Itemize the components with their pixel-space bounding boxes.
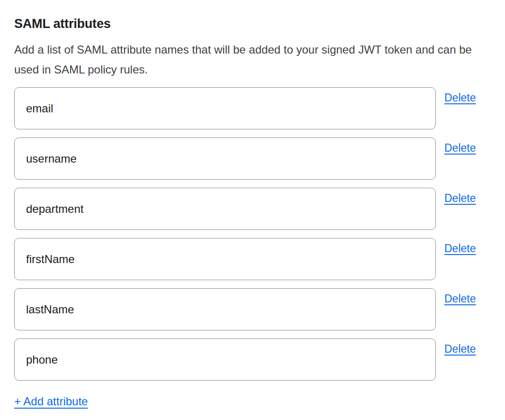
attribute-row: Delete bbox=[14, 188, 491, 230]
attribute-row: Delete bbox=[14, 338, 491, 381]
section-description: Add a list of SAML attribute names that … bbox=[14, 40, 476, 80]
attribute-input[interactable] bbox=[14, 188, 436, 230]
delete-attribute-link[interactable]: Delete bbox=[444, 141, 476, 155]
attribute-input[interactable] bbox=[14, 288, 436, 330]
attribute-row: Delete bbox=[14, 288, 491, 330]
attribute-row: Delete bbox=[14, 87, 491, 129]
attribute-input[interactable] bbox=[14, 137, 436, 180]
saml-attributes-section: SAML attributes Add a list of SAML attri… bbox=[0, 0, 505, 409]
attribute-row: Delete bbox=[14, 238, 491, 280]
delete-attribute-link[interactable]: Delete bbox=[444, 292, 476, 305]
delete-attribute-link[interactable]: Delete bbox=[444, 342, 476, 356]
attribute-input[interactable] bbox=[14, 87, 436, 129]
attribute-list: Delete Delete Delete Delete Delete Delet… bbox=[14, 87, 491, 381]
page: SAML attributes Add a list of SAML attri… bbox=[0, 0, 505, 420]
attribute-input[interactable] bbox=[14, 338, 436, 381]
section-title: SAML attributes bbox=[14, 14, 491, 33]
delete-attribute-link[interactable]: Delete bbox=[444, 242, 476, 255]
delete-attribute-link[interactable]: Delete bbox=[444, 91, 476, 104]
add-attribute-link[interactable]: + Add attribute bbox=[14, 394, 88, 409]
attribute-input[interactable] bbox=[14, 238, 436, 280]
delete-attribute-link[interactable]: Delete bbox=[444, 192, 476, 205]
attribute-row: Delete bbox=[14, 137, 491, 180]
